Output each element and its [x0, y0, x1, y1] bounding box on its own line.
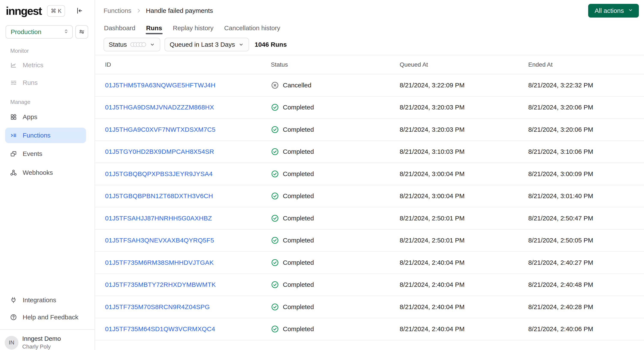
run-id-cell: 01J5TF735M64SD1QW3VCRMXQC4 — [105, 325, 271, 333]
status-filter-button[interactable]: Status — [104, 38, 160, 51]
sidebar: inngest ⌘ K Production Monitor — [0, 0, 95, 350]
completed-icon — [271, 192, 279, 200]
table-row: 01J5TF735M70S8RCN9R4Z04SPG Completed 8/2… — [95, 296, 644, 318]
breadcrumb-functions-link[interactable]: Functions — [104, 7, 131, 14]
time-range-label: Queued in Last 3 Days — [170, 41, 235, 48]
ended-at-cell: 8/21/2024, 3:00:09 PM — [528, 170, 644, 178]
command-k-shortcut[interactable]: ⌘ K — [47, 5, 65, 17]
run-id-link[interactable]: 01J5TF735M64SD1QW3VCRMXQC4 — [105, 325, 215, 332]
sidebar-item-help-feedback[interactable]: Help and Feedback — [0, 309, 94, 326]
ended-at-cell: 8/21/2024, 2:40:48 PM — [528, 281, 644, 288]
run-id-cell: 01J5TGY0HD2BX9DMPCAH8X54SR — [105, 148, 271, 155]
monitor-nav: Metrics Runs — [0, 56, 94, 91]
sidebar-item-functions[interactable]: Functions — [5, 128, 86, 143]
run-id-link[interactable]: 01J5THGA9C0XVF7NWTXDSXM7C5 — [105, 126, 216, 133]
queued-at-cell: 8/21/2024, 2:50:01 PM — [400, 215, 528, 222]
runs-list-icon — [10, 79, 17, 86]
queued-at-cell: 8/21/2024, 2:40:04 PM — [400, 259, 528, 266]
app-root: inngest ⌘ K Production Monitor — [0, 0, 644, 350]
table-row: 01J5TFSAHJJ87HNRHH5G0AXHBZ Completed 8/2… — [95, 207, 644, 230]
filters-bar: Status Queued in Last 3 Days 1046 Runs — [95, 34, 644, 55]
run-status-cell: Cancelled — [271, 81, 400, 89]
tab-dashboard[interactable]: Dashboard — [104, 22, 136, 34]
collapse-sidebar-button[interactable] — [75, 7, 83, 15]
run-status-cell: Completed — [271, 281, 400, 289]
tab-cancellation-history[interactable]: Cancellation history — [224, 22, 281, 34]
ended-at-cell: 8/21/2024, 2:50:05 PM — [528, 237, 644, 244]
run-id-link[interactable]: 01J5TGBQBQPXPBS3JEYR9JYSA4 — [105, 170, 213, 177]
sidebar-item-metrics[interactable]: Metrics — [0, 56, 94, 74]
ended-at-cell: 8/21/2024, 3:20:06 PM — [528, 126, 644, 133]
apps-grid-icon — [10, 113, 17, 121]
sidebar-footer: Integrations Help and Feedback IN Innges… — [0, 291, 94, 350]
queued-at-cell: 8/21/2024, 3:20:03 PM — [400, 126, 528, 133]
status-label: Completed — [283, 215, 314, 222]
chevron-down-icon — [238, 42, 244, 47]
completed-icon — [271, 170, 279, 178]
table-row: 01J5THGA9C0XVF7NWTXDSXM7C5 Completed 8/2… — [95, 119, 644, 141]
sidebar-header: inngest ⌘ K — [0, 4, 94, 18]
run-id-link[interactable]: 01J5TFSAHJJ87HNRHH5G0AXHBZ — [105, 215, 212, 222]
run-status-cell: Completed — [271, 103, 400, 111]
run-id-link[interactable]: 01J5THM5T9A63NQWGE5HFTWJ4H — [105, 82, 216, 89]
run-status-cell: Completed — [271, 192, 400, 200]
column-header-status: Status — [271, 61, 400, 68]
run-id-link[interactable]: 01J5TF735MBTY72RHXDYMBWMTK — [105, 281, 216, 288]
status-dots-icon — [130, 42, 146, 47]
topbar: Functions Handle failed payments All act… — [95, 0, 644, 22]
plug-icon — [10, 296, 17, 304]
table-row: 01J5TGBQBQPXPBS3JEYR9JYSA4 Completed 8/2… — [95, 163, 644, 185]
sidebar-item-webhooks[interactable]: Webhooks — [0, 163, 94, 182]
status-label: Completed — [283, 303, 314, 311]
ended-at-cell: 8/21/2024, 2:40:27 PM — [528, 259, 644, 266]
account-menu[interactable]: IN Inngest Demo Charly Poly — [0, 330, 94, 350]
tab-label: Dashboard — [104, 25, 136, 32]
run-id-cell: 01J5TF735M6RM38SMHHDVJTGAK — [105, 259, 271, 266]
status-filter-label: Status — [109, 41, 127, 48]
functions-icon — [10, 132, 17, 139]
time-range-filter-button[interactable]: Queued in Last 3 Days — [164, 38, 249, 51]
sidebar-item-runs[interactable]: Runs — [0, 74, 94, 91]
run-status-cell: Completed — [271, 170, 400, 178]
tab-label: Replay history — [173, 25, 214, 32]
queued-at-cell: 8/21/2024, 2:50:01 PM — [400, 237, 528, 244]
sidebar-item-integrations[interactable]: Integrations — [0, 291, 94, 309]
sidebar-item-events[interactable]: Events — [0, 144, 94, 163]
run-status-cell: Completed — [271, 214, 400, 222]
tab-runs[interactable]: Runs — [146, 22, 162, 34]
account-org-name: Inngest Demo — [22, 335, 61, 342]
run-id-link[interactable]: 01J5TGY0HD2BX9DMPCAH8X54SR — [105, 148, 214, 155]
status-label: Completed — [283, 281, 314, 288]
status-label: Completed — [283, 126, 314, 133]
chevron-down-icon — [628, 7, 633, 14]
run-id-link[interactable]: 01J5TGBQBPBN1ZT68DXTH3V6CH — [105, 192, 213, 200]
run-id-link[interactable]: 01J5THGA9DSMJVNADZZZM868HX — [105, 104, 214, 111]
column-header-id: ID — [105, 61, 271, 68]
environment-settings-button[interactable] — [75, 25, 88, 39]
run-id-link[interactable]: 01J5TF735M6RM38SMHHDVJTGAK — [105, 259, 214, 266]
run-id-link[interactable]: 01J5TF735M70S8RCN9R4Z04SPG — [105, 303, 210, 310]
table-row: 01J5THM5T9A63NQWGE5HFTWJ4H Cancelled 8/2… — [95, 74, 644, 97]
run-id-link[interactable]: 01J5TFSAH3QNEVXAXB4QYRQ5F5 — [105, 237, 214, 244]
status-label: Completed — [283, 104, 314, 111]
collapse-sidebar-icon — [75, 7, 83, 15]
status-label: Completed — [283, 170, 314, 178]
environment-select[interactable]: Production — [6, 25, 73, 39]
sidebar-item-label: Functions — [23, 132, 50, 139]
tab-replay-history[interactable]: Replay history — [172, 22, 214, 34]
status-label: Completed — [283, 259, 314, 266]
sidebar-item-apps[interactable]: Apps — [0, 107, 94, 126]
account-info: Inngest Demo Charly Poly — [22, 335, 61, 350]
ended-at-cell: 8/21/2024, 3:22:32 PM — [528, 82, 644, 89]
all-actions-button[interactable]: All actions — [588, 4, 639, 18]
sliders-icon — [78, 29, 85, 36]
sidebar-item-label: Apps — [23, 113, 37, 121]
section-label-monitor: Monitor — [10, 48, 94, 54]
all-actions-label: All actions — [594, 7, 624, 14]
run-id-cell: 01J5TFSAH3QNEVXAXB4QYRQ5F5 — [105, 237, 271, 244]
environment-value: Production — [11, 28, 41, 36]
run-status-cell: Completed — [271, 303, 400, 311]
cancelled-icon — [271, 81, 279, 89]
help-circle-icon — [10, 314, 17, 321]
status-label: Completed — [283, 148, 314, 155]
